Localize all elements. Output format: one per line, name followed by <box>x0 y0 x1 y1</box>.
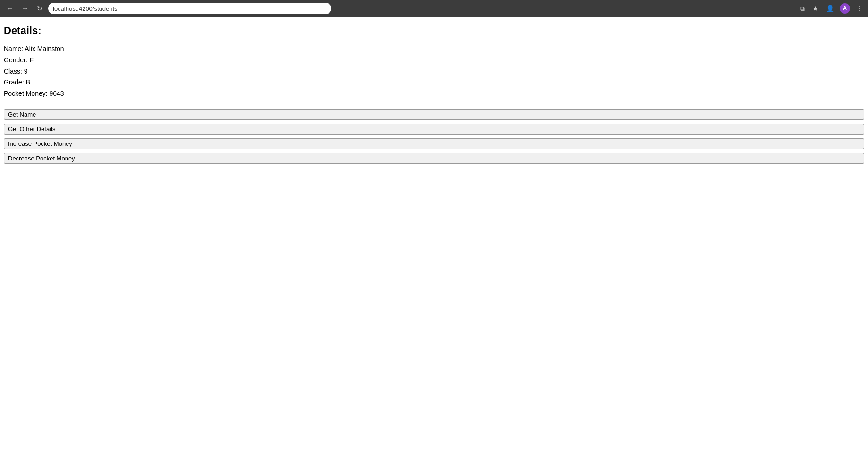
decrease-pocket-money-button[interactable]: Decrease Pocket Money <box>4 153 864 164</box>
forward-button[interactable]: → <box>19 3 31 14</box>
avatar[interactable]: A <box>840 3 850 14</box>
browser-chrome: ← → ↻ ⧉ ★ 👤 A ⋮ <box>0 0 868 17</box>
increase-pocket-money-button[interactable]: Increase Pocket Money <box>4 138 864 149</box>
profile-icon[interactable]: 👤 <box>824 4 836 13</box>
pocket-money-value-text: 9643 <box>50 90 64 97</box>
class-line: Class: 9 <box>4 66 864 77</box>
gender-label: Gender: <box>4 56 28 64</box>
pocket-money-label: Pocket Money: <box>4 90 48 97</box>
bookmark-icon[interactable]: ★ <box>810 4 820 13</box>
pocket-money-line: Pocket Money: 9643 <box>4 88 864 100</box>
student-details: Name: Alix Mainston Gender: F Class: 9 G… <box>4 43 864 100</box>
gender-line: Gender: F <box>4 55 864 66</box>
page-content: Details: Name: Alix Mainston Gender: F C… <box>0 17 868 175</box>
menu-icon[interactable]: ⋮ <box>854 4 864 13</box>
address-bar[interactable] <box>48 3 331 14</box>
page-title: Details: <box>4 25 864 37</box>
grade-label: Grade: <box>4 78 24 86</box>
get-other-details-button[interactable]: Get Other Details <box>4 124 864 135</box>
name-label: Name: <box>4 45 23 52</box>
class-value-text: 9 <box>24 67 28 75</box>
buttons-section: Get Name Get Other Details Increase Pock… <box>4 109 864 168</box>
grade-line: Grade: B <box>4 77 864 88</box>
gender-value-text: F <box>29 56 34 64</box>
get-name-button[interactable]: Get Name <box>4 109 864 120</box>
browser-right-icons: ⧉ ★ 👤 A ⋮ <box>798 3 864 14</box>
extensions-icon[interactable]: ⧉ <box>798 4 807 14</box>
name-line: Name: Alix Mainston <box>4 43 864 55</box>
grade-value-text: B <box>26 78 30 86</box>
class-label: Class: <box>4 67 22 75</box>
back-button[interactable]: ← <box>4 3 16 14</box>
name-value-text: Alix Mainston <box>25 45 64 52</box>
refresh-button[interactable]: ↻ <box>34 3 45 14</box>
